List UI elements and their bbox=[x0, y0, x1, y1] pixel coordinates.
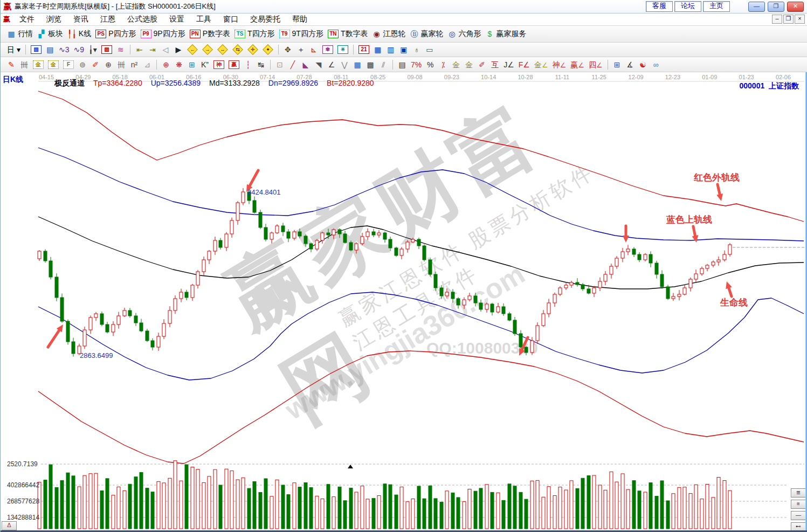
f-grid-icon[interactable]: F bbox=[63, 60, 74, 69]
n-squared-icon[interactable]: n² bbox=[130, 60, 139, 69]
minimize-button[interactable]: — bbox=[748, 2, 765, 12]
shen-angle-icon[interactable]: 神∠ bbox=[553, 60, 567, 69]
comb-icon[interactable]: 卌 bbox=[20, 60, 29, 69]
kline-icon[interactable]: ╿╽K线 bbox=[67, 29, 91, 39]
menu-item-4[interactable]: 公式选股 bbox=[121, 15, 163, 24]
scale-button-2[interactable]: ≡ bbox=[791, 500, 806, 509]
jump-cross-icon[interactable]: ✛ bbox=[247, 46, 258, 53]
hand-icon[interactable]: ✥ bbox=[284, 45, 292, 54]
gann-circle-icon[interactable]: ⊕ bbox=[104, 60, 113, 69]
web-grid-icon[interactable]: ⊞ bbox=[188, 60, 196, 69]
doc-icon[interactable]: ▤ bbox=[46, 45, 54, 54]
pen-ruler-icon[interactable]: ✐ bbox=[91, 60, 100, 69]
sectors-icon[interactable]: ▞板块 bbox=[37, 29, 63, 39]
winner-wheel-icon[interactable]: Ⓑ赢家轮 bbox=[410, 29, 443, 39]
four-angle-icon[interactable]: 四∠ bbox=[589, 60, 603, 69]
window-tool-icon[interactable]: ⊡ bbox=[275, 60, 284, 69]
scale-button-3[interactable]: — bbox=[791, 511, 806, 520]
seven-pct-icon[interactable]: 7% bbox=[411, 60, 422, 69]
calendar-icon[interactable]: 21 bbox=[358, 45, 369, 54]
v-lines-icon[interactable]: ⋁ bbox=[340, 60, 349, 69]
pct-line-icon[interactable]: ⁒ bbox=[439, 60, 447, 69]
mdi-close-button[interactable]: × bbox=[795, 15, 805, 24]
angle-tool-icon[interactable]: ⊾ bbox=[309, 45, 318, 54]
gold-circle-icon[interactable]: 金 bbox=[452, 60, 460, 69]
jump-right-icon[interactable]: → bbox=[202, 46, 213, 53]
menu-item-8[interactable]: 交易委托 bbox=[244, 15, 286, 24]
fan-2-icon[interactable]: ◥ bbox=[314, 60, 323, 69]
color-bars-icon[interactable]: ≋ bbox=[116, 45, 125, 54]
mdi-minimize-button[interactable]: – bbox=[772, 15, 782, 24]
notebook-icon[interactable]: ▥ bbox=[387, 45, 395, 54]
menu-item-6[interactable]: 工具 bbox=[190, 15, 217, 24]
p-number-table-icon[interactable]: PNP数字表 bbox=[190, 29, 230, 39]
menu-item-3[interactable]: 江恩 bbox=[94, 15, 121, 24]
menu-item-1[interactable]: 浏览 bbox=[40, 15, 67, 24]
rays-icon[interactable]: ╱ bbox=[288, 60, 297, 69]
crosshair-icon[interactable]: ＋ bbox=[296, 45, 305, 54]
trend-chart-icon[interactable]: ∡ bbox=[626, 60, 634, 69]
gold-angle-icon[interactable]: 金∠ bbox=[534, 60, 548, 69]
spiral-icon[interactable]: ⊚ bbox=[78, 60, 87, 69]
restore-button[interactable]: ❐ bbox=[768, 2, 784, 12]
printer-icon[interactable]: ▭ bbox=[425, 45, 434, 54]
menu-item-0[interactable]: 文件 bbox=[13, 15, 40, 24]
infinity-icon[interactable]: ∞ bbox=[652, 60, 660, 69]
parallels-icon[interactable]: ⫽ bbox=[379, 60, 388, 69]
calculator-icon[interactable]: ▦ bbox=[374, 45, 382, 54]
save-icon[interactable]: ▣ bbox=[399, 45, 408, 54]
grid-dark-icon[interactable]: ▩ bbox=[366, 60, 375, 69]
f-angle-icon[interactable]: F∠ bbox=[519, 60, 530, 69]
jump-swap-icon[interactable]: ⇆ bbox=[232, 46, 243, 53]
brain-icon[interactable]: ✳ bbox=[337, 45, 348, 54]
jump-left-icon[interactable]: ← bbox=[187, 46, 198, 53]
angle-lines-icon[interactable]: ∠ bbox=[327, 60, 336, 69]
stats-icon[interactable]: ▤ bbox=[398, 60, 406, 69]
nav-first-icon[interactable]: ⇤ bbox=[135, 45, 144, 54]
span-arrow-icon[interactable]: ↹ bbox=[257, 60, 265, 69]
period-day-icon[interactable]: 日 ▾ bbox=[7, 45, 20, 54]
menu-item-7[interactable]: 窗口 bbox=[217, 15, 244, 24]
customer-service-button[interactable]: 客服 bbox=[646, 1, 673, 12]
j-angle-icon[interactable]: J∠ bbox=[503, 60, 514, 69]
candle-tool-icon[interactable]: ╽▾ bbox=[88, 45, 97, 54]
shen-grid-icon[interactable]: 神 bbox=[213, 60, 224, 69]
brush-2-icon[interactable]: ✐ bbox=[478, 60, 486, 69]
fan-icon[interactable]: ◣ bbox=[301, 60, 310, 69]
gold-grid-b-icon[interactable]: 金 bbox=[48, 60, 59, 69]
close-button[interactable]: ✕ bbox=[787, 2, 804, 12]
hexagon-icon[interactable]: ◎六角形 bbox=[447, 29, 481, 39]
p-square-icon[interactable]: PSP四方形 bbox=[95, 29, 136, 39]
pen-icon[interactable]: ✎ bbox=[7, 60, 16, 69]
grid-cell-icon[interactable]: ⊞ bbox=[613, 60, 622, 69]
export-globe-icon[interactable]: ♁ bbox=[412, 45, 421, 54]
indicator-switch-button[interactable]: Δ bbox=[2, 521, 17, 530]
win-angle-icon[interactable]: 赢∠ bbox=[570, 60, 584, 69]
menu-item-5[interactable]: 设置 bbox=[163, 15, 190, 24]
scale-button-1[interactable]: ≣ bbox=[791, 488, 806, 498]
winner-service-icon[interactable]: $赢家服务 bbox=[485, 29, 526, 39]
mutual-icon[interactable]: 互 bbox=[491, 60, 499, 69]
menu-item-9[interactable]: 帮助 bbox=[286, 15, 313, 24]
jump-both-icon[interactable]: ↔ bbox=[217, 46, 228, 53]
9p-square-icon[interactable]: P99P四方形 bbox=[141, 29, 185, 39]
ruler-123-icon[interactable]: ┆ bbox=[244, 60, 252, 69]
pct-icon[interactable]: % bbox=[426, 60, 434, 69]
jump-star-icon[interactable]: ✦ bbox=[263, 46, 273, 53]
spider-web-icon[interactable]: ❋ bbox=[175, 60, 183, 69]
nav-last-icon[interactable]: ⇥ bbox=[148, 45, 157, 54]
clover-icon[interactable]: ✾ bbox=[322, 45, 333, 54]
win-grid-icon[interactable]: 赢 bbox=[229, 60, 239, 69]
zigzag-box-icon[interactable]: ▧ bbox=[31, 45, 42, 54]
gann-wheel-icon[interactable]: ◉江恩轮 bbox=[372, 29, 405, 39]
scale-button-4[interactable]: ⊷ bbox=[791, 522, 806, 530]
grid-blue-icon[interactable]: ▦ bbox=[353, 60, 362, 69]
wave-3-icon[interactable]: ∿3 bbox=[59, 45, 70, 54]
menu-item-2[interactable]: 资讯 bbox=[67, 15, 94, 24]
k-quote-icon[interactable]: K” bbox=[201, 60, 209, 69]
homepage-button[interactable]: 主页 bbox=[703, 1, 730, 12]
pattern-red-icon[interactable]: ▨ bbox=[101, 45, 112, 54]
comb-2-icon[interactable]: 卌 bbox=[117, 60, 126, 69]
wave-9-icon[interactable]: ∿9 bbox=[73, 45, 84, 54]
mdi-restore-button[interactable]: ❐ bbox=[783, 15, 794, 24]
